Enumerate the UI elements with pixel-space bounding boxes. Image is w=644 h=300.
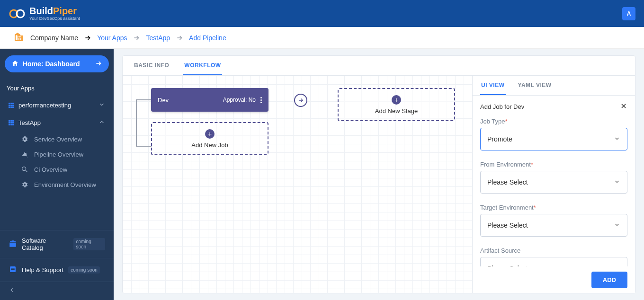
- breadcrumb-company: Company Name: [30, 34, 78, 42]
- sidebar-software-catalog[interactable]: Software Catalog coming soon: [0, 230, 114, 258]
- sidebar-sub-ci-overview[interactable]: Ci Overview: [19, 162, 109, 177]
- plus-icon: +: [392, 95, 401, 105]
- workflow-canvas[interactable]: Dev Approval: No + Add New Job + Add New…: [123, 76, 635, 293]
- svg-rect-5: [11, 269, 15, 270]
- arrow-right-icon: [133, 34, 140, 42]
- select-target-environment[interactable]: Please Select: [480, 214, 627, 237]
- svg-point-2: [22, 167, 26, 171]
- chevron-down-icon: [98, 101, 105, 109]
- label-from-environment: From Environment*: [480, 161, 627, 168]
- home-icon: [11, 60, 19, 69]
- logo-tagline: Your DevSecOps assistant: [29, 17, 80, 21]
- sidebar-item-performancetesting[interactable]: performancetesting: [5, 97, 109, 114]
- add-new-stage-button[interactable]: + Add New Stage: [338, 88, 455, 121]
- breadcrumb-testapp[interactable]: TestApp: [146, 34, 170, 42]
- sidebar-help-support[interactable]: Help & Support coming soon: [0, 258, 114, 282]
- add-new-job-button[interactable]: + Add New Job: [151, 122, 268, 155]
- chevron-up-icon: [98, 119, 105, 127]
- sidebar-sub-pipeline-overview[interactable]: Pipeline Overview: [19, 147, 109, 162]
- avatar[interactable]: A: [622, 7, 635, 20]
- connector-line: [136, 99, 152, 147]
- tab-ui-view[interactable]: UI VIEW: [480, 76, 506, 95]
- arrow-right-icon: [84, 34, 91, 42]
- chevron-down-icon: [614, 135, 620, 143]
- grid-icon: [9, 103, 14, 108]
- sidebar-sub-service-overview[interactable]: Service Overview: [19, 132, 109, 147]
- svg-rect-4: [11, 268, 15, 269]
- breadcrumb: Company Name Your Apps TestApp Add Pipel…: [0, 27, 644, 49]
- coming-soon-badge: coming soon: [68, 266, 100, 274]
- chevron-down-icon: [614, 178, 620, 186]
- sidebar-item-testapp[interactable]: TestApp: [5, 114, 109, 132]
- dashboard-label: Home: Dashboard: [23, 60, 80, 68]
- sidebar-collapse[interactable]: [0, 282, 114, 300]
- topbar: BuildPiper Your DevSecOps assistant A: [0, 0, 644, 27]
- select-artifact-source[interactable]: Please Select: [480, 257, 627, 266]
- logo-icon: [9, 9, 26, 19]
- home-dashboard-button[interactable]: Home: Dashboard: [5, 55, 109, 72]
- panel-title: Add Job for Dev: [480, 103, 524, 110]
- plus-icon: +: [205, 129, 215, 139]
- chevron-down-icon: [614, 221, 620, 229]
- select-job-type[interactable]: Promote: [480, 128, 627, 150]
- content-area: BASIC INFO WORKFLOW Dev Approval: No + A…: [114, 49, 644, 300]
- tab-basic-info[interactable]: BASIC INFO: [133, 56, 170, 75]
- stage-dev[interactable]: Dev Approval: No: [151, 88, 268, 112]
- card-tabs: BASIC INFO WORKFLOW: [123, 56, 635, 76]
- breadcrumb-add-pipeline[interactable]: Add Pipeline: [189, 34, 226, 42]
- stage-name: Dev: [158, 97, 169, 104]
- label-artifact-source: Artifact Source: [480, 247, 627, 254]
- label-job-type: Job Type*: [480, 118, 627, 125]
- logo-text: BuildPiper: [29, 6, 80, 16]
- logo[interactable]: BuildPiper Your DevSecOps assistant: [9, 6, 80, 21]
- pipeline-card: BASIC INFO WORKFLOW Dev Approval: No + A…: [122, 55, 635, 293]
- select-from-environment[interactable]: Please Select: [480, 171, 627, 194]
- tab-workflow[interactable]: WORKFLOW: [183, 56, 222, 75]
- sidebar-subitems: Service Overview Pipeline Overview Ci Ov…: [5, 132, 109, 192]
- arrow-right-icon: [95, 60, 102, 69]
- label-target-environment: Target Environment*: [480, 204, 627, 211]
- more-icon[interactable]: [260, 97, 262, 103]
- sidebar-sub-environment-overview[interactable]: Environment Overview: [19, 177, 109, 192]
- tab-yaml-view[interactable]: YAML VIEW: [517, 76, 553, 95]
- breadcrumb-your-apps[interactable]: Your Apps: [97, 34, 127, 42]
- sidebar: Home: Dashboard Your Apps performancetes…: [0, 49, 114, 300]
- coming-soon-badge: coming soon: [73, 238, 105, 250]
- arrow-right-icon: [176, 34, 183, 42]
- right-panel: UI VIEW YAML VIEW Add Job for Dev Job Ty…: [472, 76, 635, 293]
- your-apps-heading: Your Apps: [5, 85, 109, 92]
- app-label: TestApp: [18, 119, 41, 126]
- grid-icon: [9, 120, 14, 125]
- add-stage-label: Add New Stage: [375, 107, 418, 115]
- close-icon[interactable]: [620, 102, 627, 111]
- company-icon: [13, 31, 25, 44]
- add-job-label: Add New Job: [191, 141, 228, 149]
- add-button[interactable]: ADD: [591, 272, 627, 288]
- help-icon: [9, 265, 17, 275]
- app-label: performancetesting: [18, 102, 71, 109]
- catalog-icon: [9, 239, 17, 249]
- stage-approval: Approval: No: [223, 97, 256, 103]
- next-stage-arrow[interactable]: [294, 94, 307, 107]
